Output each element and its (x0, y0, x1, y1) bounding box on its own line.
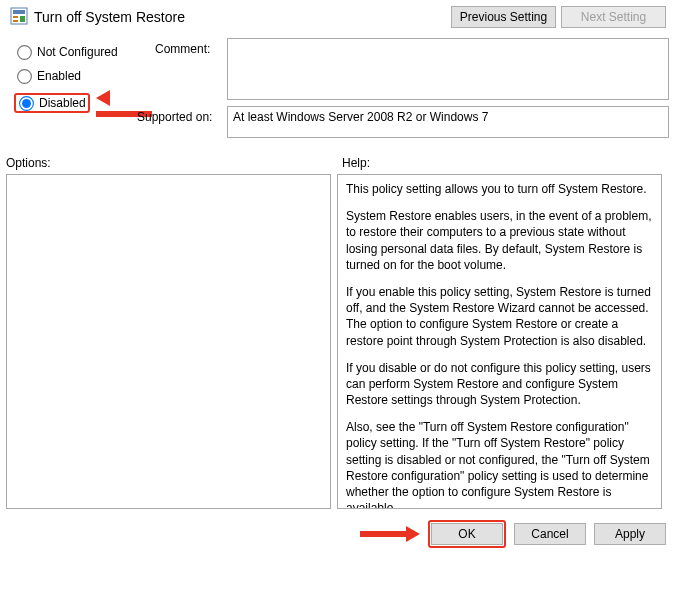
comment-textarea[interactable] (227, 38, 669, 100)
comment-label: Comment: (155, 38, 227, 56)
radio-enabled-label: Enabled (37, 69, 81, 83)
ok-button[interactable]: OK (431, 523, 503, 545)
radio-disabled-input[interactable] (19, 96, 34, 111)
svg-rect-2 (13, 16, 18, 18)
radio-enabled-input[interactable] (17, 69, 32, 84)
previous-setting-button[interactable]: Previous Setting (451, 6, 556, 28)
policy-icon (10, 7, 28, 28)
options-panel (6, 174, 331, 509)
help-label: Help: (340, 156, 370, 170)
help-text: If you enable this policy setting, Syste… (346, 284, 657, 349)
radio-not-configured-label: Not Configured (37, 45, 118, 59)
apply-button[interactable]: Apply (594, 523, 666, 545)
supported-on-textarea (227, 106, 669, 138)
annotation-arrow-icon (360, 526, 420, 542)
help-text: System Restore enables users, in the eve… (346, 208, 657, 273)
cancel-button[interactable]: Cancel (514, 523, 586, 545)
options-label: Options: (0, 156, 340, 170)
svg-rect-3 (13, 20, 18, 22)
svg-rect-1 (13, 10, 25, 14)
supported-on-label: Supported on: (137, 106, 227, 124)
radio-not-configured-input[interactable] (17, 45, 32, 60)
radio-not-configured[interactable]: Not Configured (14, 42, 151, 62)
svg-rect-4 (20, 16, 25, 22)
help-text: If you disable or do not configure this … (346, 360, 657, 409)
help-text: This policy setting allows you to turn o… (346, 181, 657, 197)
help-panel[interactable]: This policy setting allows you to turn o… (337, 174, 662, 509)
radio-enabled[interactable]: Enabled (14, 66, 151, 86)
next-setting-button: Next Setting (561, 6, 666, 28)
radio-disabled[interactable]: Disabled (14, 93, 90, 113)
radio-disabled-label: Disabled (39, 96, 86, 110)
dialog-title: Turn off System Restore (34, 9, 185, 25)
help-text: Also, see the "Turn off System Restore c… (346, 419, 657, 509)
